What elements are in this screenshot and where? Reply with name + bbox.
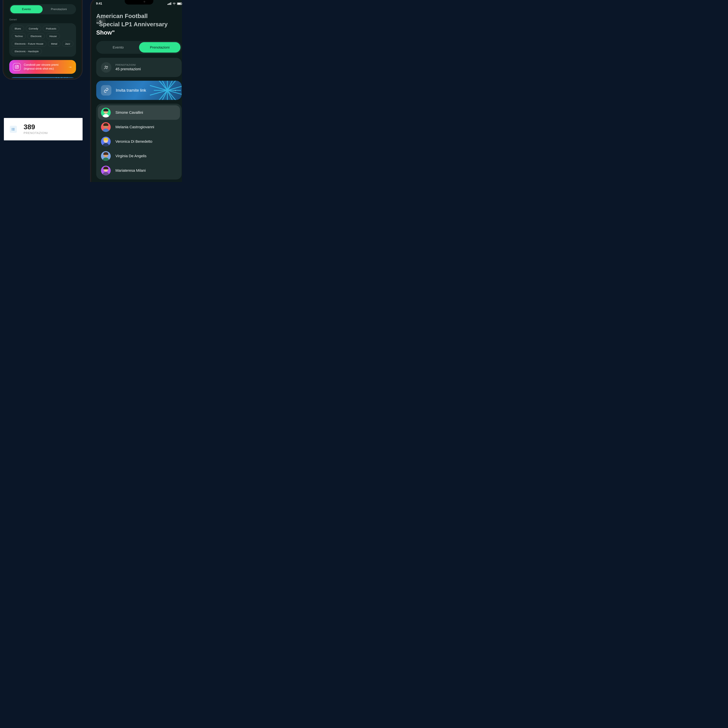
tabs: Evento Prenotazioni: [9, 4, 76, 14]
genre-chip[interactable]: Podcasts: [43, 26, 59, 32]
reservations-label: PRENOTAZIONI: [115, 64, 141, 66]
genre-chip[interactable]: Jazz: [62, 41, 73, 47]
svg-point-2: [18, 66, 18, 66]
battery-icon: [177, 3, 182, 5]
phone-mockup-right: 9:41 American Football "Special LP1 Anni…: [90, 0, 182, 182]
wifi-icon: [173, 3, 176, 5]
svg-point-3: [12, 128, 12, 128]
tab-evento[interactable]: Evento: [10, 5, 43, 13]
reservation-item[interactable]: Virginia De Angelis: [98, 149, 180, 163]
signal-icon: [168, 2, 171, 5]
invite-link-card[interactable]: Invita tramite link →: [96, 81, 182, 100]
reservations-list: Simone Cavallini Melania Castrogiovanni …: [96, 104, 182, 179]
svg-point-11: [107, 66, 108, 67]
status-time: 9:41: [96, 2, 102, 5]
avatar: [101, 108, 111, 118]
reservation-name: Virginia De Angelis: [115, 154, 147, 158]
genres-container: Blues Comedy Podcasts Techno Electronic …: [9, 23, 76, 57]
phone-notch: [125, 0, 153, 5]
avatar: [101, 151, 111, 161]
instagram-icon: [13, 63, 21, 71]
stats-label: PRENOTAZIONI: [24, 132, 48, 135]
phone-mockup-left: Evento Prenotazioni Generi Blues Comedy …: [3, 0, 82, 79]
avatar: [101, 137, 111, 147]
genre-chip[interactable]: Metal: [48, 41, 60, 47]
list-icon: [10, 126, 17, 133]
reservation-name: Mariateresa Milani: [115, 168, 146, 173]
tab-prenotazioni[interactable]: Prenotazioni: [43, 5, 75, 13]
reservations-summary-card: PRENOTAZIONI 45 prenotazioni: [96, 58, 182, 77]
genre-chip[interactable]: Blues: [12, 26, 24, 32]
tabs: Evento Prenotazioni: [96, 41, 182, 54]
genre-chip[interactable]: Electronic - Hardstyle: [12, 48, 42, 54]
share-card-text: Condividi per vincere premi (ingressi-dr…: [24, 63, 66, 71]
stats-card: 389 PRENOTAZIONI: [4, 118, 83, 141]
svg-point-7: [12, 130, 12, 130]
invite-link-text: Invita tramite link: [116, 88, 171, 93]
avatar: [101, 166, 111, 176]
invite-link-card[interactable]: Invita tramite link →: [9, 77, 76, 79]
share-card[interactable]: Condividi per vincere premi (ingressi-dr…: [9, 60, 76, 74]
reservations-count: 45 prenotazioni: [115, 67, 141, 71]
people-icon: [101, 62, 112, 73]
svg-point-1: [16, 66, 18, 68]
genre-chip[interactable]: Electronic - Future House: [12, 41, 46, 47]
tab-prenotazioni[interactable]: Prenotazioni: [139, 42, 180, 53]
genre-chip[interactable]: Electronic: [28, 33, 45, 39]
link-icon: [101, 85, 112, 96]
tab-evento[interactable]: Evento: [97, 42, 139, 53]
reservation-name: Melania Castrogiovanni: [115, 125, 154, 129]
chevron-right-icon: →: [68, 64, 72, 70]
genre-chip[interactable]: House: [46, 33, 60, 39]
stats-value: 389: [24, 124, 48, 130]
avatar: [101, 122, 111, 132]
genre-chip[interactable]: Comedy: [26, 26, 41, 32]
genres-label: Generi: [9, 18, 76, 21]
chevron-right-icon: →: [173, 88, 177, 93]
event-title: American Football "Special LP1 Anniversa…: [96, 12, 182, 37]
reservation-item[interactable]: Simone Cavallini: [98, 106, 180, 120]
reservation-item[interactable]: Mariateresa Milani: [98, 163, 180, 178]
reservation-item[interactable]: Melania Castrogiovanni: [98, 120, 180, 134]
reservation-item[interactable]: Veronica Di Benedetto: [98, 134, 180, 149]
svg-point-10: [105, 66, 106, 67]
firework-decoration: [42, 77, 76, 79]
genre-chip[interactable]: Techno: [12, 33, 26, 39]
reservation-name: Veronica Di Benedetto: [115, 139, 152, 144]
reservation-name: Simone Cavallini: [115, 110, 143, 115]
